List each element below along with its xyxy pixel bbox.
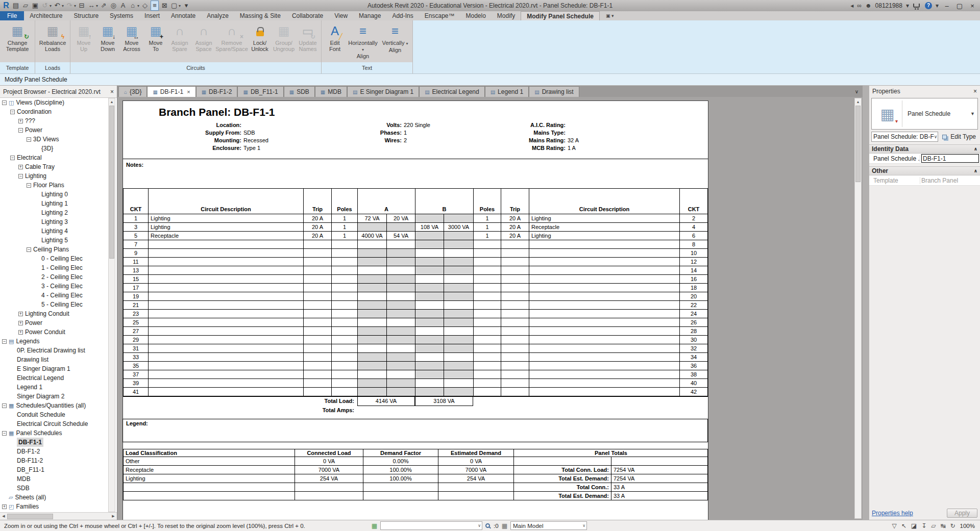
measure-icon[interactable]: ↔ [87, 1, 95, 11]
circuit-cell[interactable] [501, 275, 529, 284]
circuit-cell[interactable] [415, 362, 444, 370]
circuit-cell[interactable] [473, 370, 501, 379]
circuit-cell[interactable] [444, 240, 473, 249]
browser-item-electrical[interactable]: −Electrical [0, 153, 109, 162]
scroll-up-icon[interactable]: ▲ [855, 98, 861, 105]
circuit-cell[interactable]: 108 VA [415, 223, 444, 232]
browser-item-conduit-schedule[interactable]: Conduit Schedule [0, 410, 109, 419]
circuit-cell[interactable] [331, 379, 357, 388]
circuit-cell[interactable] [473, 336, 501, 344]
view-tab-mdb[interactable]: ▦MDB [315, 86, 347, 97]
circuit-cell[interactable] [386, 310, 415, 318]
collapse-icon[interactable]: − [10, 110, 15, 114]
circuit-cell[interactable]: 37 [123, 370, 148, 379]
circuit-cell[interactable]: 20 A [303, 223, 331, 232]
circuit-cell[interactable]: 41 [123, 388, 148, 396]
circuit-cell[interactable] [148, 353, 303, 362]
ribbon-tab-enscape[interactable]: Enscape™ [419, 11, 460, 20]
circuit-cell[interactable] [415, 258, 444, 266]
circuit-cell[interactable] [331, 353, 357, 362]
circuit-cell[interactable] [357, 310, 386, 318]
browser-item-lighting-5[interactable]: Lighting 5 [0, 236, 109, 245]
ribbon-display-toggle-icon[interactable]: ▣ ▾ [603, 11, 617, 20]
circuit-cell[interactable] [386, 344, 415, 353]
circuit-cell[interactable] [357, 284, 386, 292]
circuit-cell[interactable] [415, 240, 444, 249]
customize-qat-icon[interactable]: ▾ [182, 1, 190, 11]
circuit-cell[interactable] [303, 301, 331, 310]
ribbon-tab-modify-panel-schedule[interactable]: Modify Panel Schedule [521, 11, 600, 20]
circuit-cell[interactable] [331, 318, 357, 327]
circuit-cell[interactable] [303, 240, 331, 249]
filter-icon[interactable]: ▽ [892, 522, 897, 529]
circuit-cell[interactable]: Lighting [148, 214, 303, 223]
close-icon[interactable]: × [110, 88, 114, 95]
circuit-cell[interactable] [501, 240, 529, 249]
circuit-cell[interactable] [331, 249, 357, 258]
circuit-cell[interactable]: Lighting [529, 214, 679, 223]
info-value[interactable]: Type 1 [243, 144, 260, 152]
circuit-cell[interactable]: 17 [123, 284, 148, 292]
view-tab-electrical-legend[interactable]: ▤Electrical Legend [419, 86, 485, 97]
view-tab-legend-1[interactable]: ▤Legend 1 [485, 86, 529, 97]
circuit-cell[interactable] [386, 379, 415, 388]
circuit-cell[interactable] [473, 258, 501, 266]
browser-item-sheets-all[interactable]: ▱Sheets (all) [0, 493, 109, 502]
circuit-cell[interactable] [415, 214, 444, 223]
browser-item-5-ceiling-elec[interactable]: 5 - Ceiling Elec [0, 300, 109, 309]
circuit-cell[interactable]: 19 [123, 292, 148, 301]
circuit-cell[interactable] [357, 379, 386, 388]
canvas-vertical-scrollbar[interactable]: ▲ [854, 98, 862, 519]
circuit-cell[interactable]: 29 [123, 336, 148, 344]
circuit-cell[interactable] [473, 310, 501, 318]
circuit-cell[interactable]: 1 [473, 232, 501, 240]
move-down-button[interactable]: ▦↓MoveDown [96, 21, 119, 61]
ribbon-tab-modelo[interactable]: Modelo [460, 11, 492, 20]
circuit-cell[interactable] [501, 327, 529, 336]
save-icon[interactable]: ▣ [31, 1, 39, 11]
circuit-cell[interactable] [529, 327, 679, 336]
panel-splitter[interactable] [863, 86, 869, 520]
ribbon-tab-modify[interactable]: Modify [492, 11, 521, 20]
circuit-cell[interactable]: Receptacle [148, 232, 303, 240]
info-value[interactable]: SDB [243, 129, 255, 137]
circuit-cell[interactable] [444, 344, 473, 353]
revit-logo[interactable]: R [2, 1, 10, 11]
default-3d-view-icon-dropdown[interactable]: ▾ [137, 4, 139, 8]
circuit-cell[interactable]: 20 A [303, 232, 331, 240]
circuit-cell[interactable] [415, 318, 444, 327]
circuit-cell[interactable] [444, 232, 473, 240]
select-links-icon[interactable]: ↹ [940, 522, 945, 529]
circuit-cell[interactable] [444, 284, 473, 292]
circuit-cell[interactable]: 1 [331, 214, 357, 223]
info-value[interactable]: 2 [404, 137, 407, 144]
view-tab-db-f1-2[interactable]: ▦DB-F1-2 [196, 86, 238, 97]
circuit-cell[interactable] [357, 240, 386, 249]
scrollbar-thumb[interactable] [855, 106, 861, 182]
circuit-cell[interactable] [357, 275, 386, 284]
circuit-cell[interactable] [444, 327, 473, 336]
circuit-cell[interactable] [148, 379, 303, 388]
info-value[interactable]: 1 A [568, 144, 576, 152]
text-icon[interactable]: A [119, 1, 127, 11]
circuit-cell[interactable] [331, 275, 357, 284]
circuit-cell[interactable] [501, 258, 529, 266]
user-dropdown-icon[interactable]: ▾ [906, 2, 909, 9]
circuit-cell[interactable] [529, 258, 679, 266]
circuit-cell[interactable] [331, 370, 357, 379]
circuit-cell[interactable]: 16 [679, 275, 707, 284]
circuit-cell[interactable] [357, 258, 386, 266]
circuit-cell[interactable] [415, 249, 444, 258]
circuit-cell[interactable] [331, 310, 357, 318]
circuit-cell[interactable]: 15 [123, 275, 148, 284]
circuit-cell[interactable] [386, 249, 415, 258]
circuit-cell[interactable] [501, 266, 529, 275]
circuit-cell[interactable] [386, 275, 415, 284]
circuit-cell[interactable]: 18 [679, 284, 707, 292]
scroll-right-icon[interactable]: ▶ [110, 514, 117, 518]
circuit-cell[interactable] [529, 301, 679, 310]
collapse-icon[interactable]: − [18, 174, 23, 179]
drag-on-selection-icon[interactable]: ↖ [901, 522, 906, 529]
circuit-cell[interactable]: 33 [123, 353, 148, 362]
properties-help-link[interactable]: Properties help [872, 510, 913, 517]
